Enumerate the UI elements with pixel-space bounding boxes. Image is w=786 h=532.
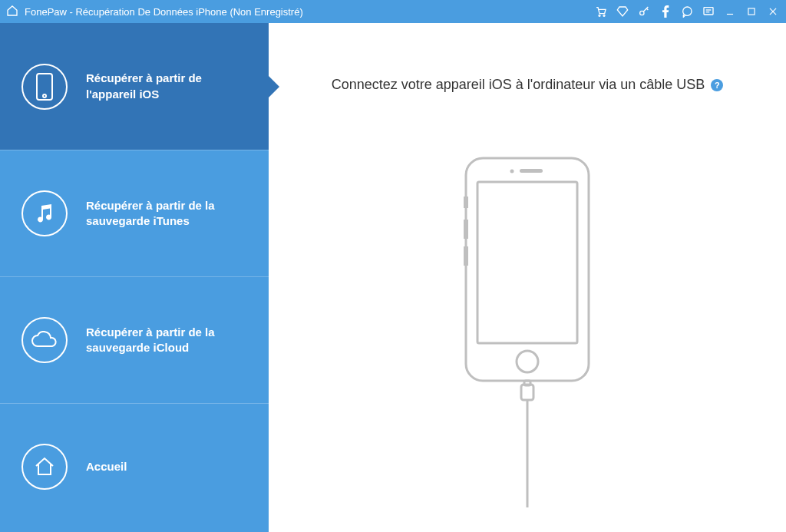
sidebar-item-recover-ios-device[interactable]: Récupérer à partir de l'appareil iOS — [0, 23, 269, 150]
svg-rect-14 — [520, 169, 543, 173]
body: Récupérer à partir de l'appareil iOS Réc… — [0, 23, 786, 532]
titlebar-right — [594, 5, 780, 18]
sidebar-item-recover-icloud-backup[interactable]: Récupérer à partir de la sauvegarde iClo… — [0, 276, 269, 403]
home-icon — [21, 444, 68, 490]
svg-rect-3 — [704, 8, 713, 15]
svg-rect-12 — [466, 158, 589, 381]
phone-icon — [21, 64, 68, 110]
connect-heading: Connectez votre appareil iOS à l'ordinat… — [332, 77, 724, 93]
cloud-icon — [21, 317, 68, 363]
minimize-icon[interactable] — [723, 5, 737, 18]
sidebar-item-label: Récupérer à partir de la sauvegarde iClo… — [86, 325, 247, 356]
facebook-icon[interactable] — [659, 5, 672, 18]
key-icon[interactable] — [637, 5, 651, 18]
sidebar-item-home[interactable]: Accueil — [0, 403, 269, 530]
svg-point-1 — [603, 15, 605, 16]
close-icon[interactable] — [766, 5, 780, 18]
main-panel: Connectez votre appareil iOS à l'ordinat… — [269, 23, 786, 532]
titlebar-left: FonePaw - Récupération De Données iPhone… — [6, 5, 303, 19]
svg-rect-7 — [748, 8, 755, 15]
cart-icon[interactable] — [594, 5, 608, 18]
svg-point-0 — [599, 15, 600, 16]
music-icon — [21, 190, 68, 236]
chat-icon[interactable] — [680, 5, 694, 18]
app-title: FonePaw - Récupération De Données iPhone… — [25, 6, 303, 18]
diamond-icon[interactable] — [616, 5, 629, 18]
svg-rect-10 — [37, 74, 52, 100]
svg-rect-20 — [521, 385, 533, 400]
home-titlebar-icon[interactable] — [6, 5, 18, 19]
titlebar: FonePaw - Récupération De Données iPhone… — [0, 0, 786, 23]
sidebar-item-label: Récupérer à partir de la sauvegarde iTun… — [86, 198, 247, 230]
svg-rect-21 — [524, 381, 530, 385]
sidebar-item-label: Accueil — [86, 459, 127, 474]
phone-illustration — [447, 154, 608, 507]
connect-heading-text: Connectez votre appareil iOS à l'ordinat… — [332, 77, 705, 93]
sidebar: Récupérer à partir de l'appareil iOS Réc… — [0, 23, 269, 532]
svg-point-13 — [510, 170, 514, 173]
svg-point-11 — [43, 94, 46, 97]
maximize-icon[interactable] — [745, 5, 758, 18]
sidebar-item-label: Récupérer à partir de l'appareil iOS — [86, 71, 247, 102]
app-window: FonePaw - Récupération De Données iPhone… — [0, 0, 786, 532]
help-icon[interactable]: ? — [711, 79, 723, 91]
feedback-icon[interactable] — [702, 5, 715, 18]
sidebar-item-recover-itunes-backup[interactable]: Récupérer à partir de la sauvegarde iTun… — [0, 150, 269, 276]
svg-point-2 — [640, 11, 644, 15]
